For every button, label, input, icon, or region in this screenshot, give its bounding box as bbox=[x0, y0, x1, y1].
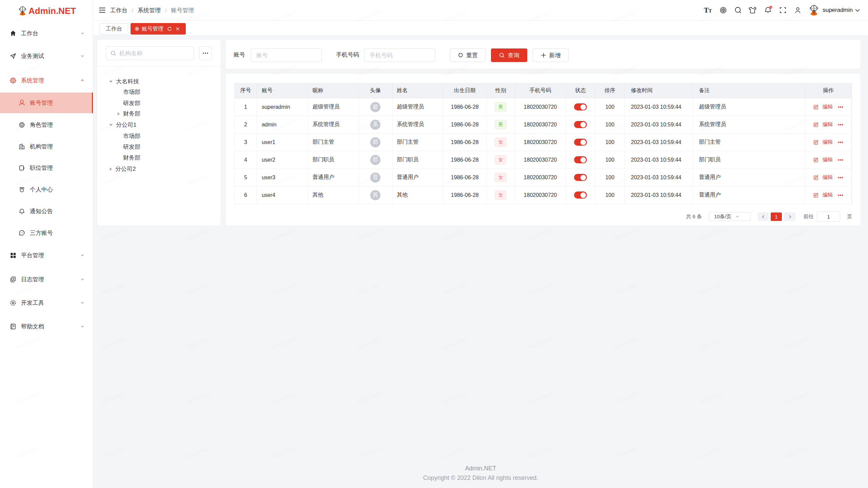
svg-text:Admin.NET: Admin.NET bbox=[442, 227, 468, 241]
svg-text:Admin.NET: Admin.NET bbox=[100, 445, 126, 460]
svg-text:Admin.NET: Admin.NET bbox=[185, 282, 212, 296]
svg-text:Admin.NET: Admin.NET bbox=[271, 336, 297, 350]
svg-text:Admin.NET: Admin.NET bbox=[527, 391, 554, 405]
svg-text:Admin.NET: Admin.NET bbox=[784, 336, 810, 350]
svg-text:Admin.NET: Admin.NET bbox=[784, 227, 810, 241]
svg-text:T: T bbox=[704, 6, 709, 14]
svg-text:Admin.NET: Admin.NET bbox=[356, 445, 383, 460]
svg-text:Admin.NET: Admin.NET bbox=[784, 391, 810, 405]
svg-text:Admin.NET: Admin.NET bbox=[527, 282, 554, 296]
svg-text:Admin.NET: Admin.NET bbox=[356, 391, 383, 405]
svg-text:Admin.NET: Admin.NET bbox=[356, 282, 383, 296]
svg-text:Admin.NET: Admin.NET bbox=[356, 336, 383, 350]
svg-text:Admin.NET: Admin.NET bbox=[185, 336, 212, 350]
svg-text:Admin.NET: Admin.NET bbox=[613, 391, 639, 405]
svg-text:Admin.NET: Admin.NET bbox=[356, 227, 383, 241]
svg-text:Admin.NET: Admin.NET bbox=[698, 282, 725, 296]
svg-text:Admin.NET: Admin.NET bbox=[442, 336, 468, 350]
svg-text:Admin.NET: Admin.NET bbox=[698, 391, 725, 405]
svg-text:Admin.NET: Admin.NET bbox=[100, 391, 126, 405]
svg-text:Admin.NET: Admin.NET bbox=[784, 445, 810, 460]
svg-text:Admin.NET: Admin.NET bbox=[698, 336, 725, 350]
svg-text:Admin.NET: Admin.NET bbox=[527, 227, 554, 241]
svg-text:Admin.NET: Admin.NET bbox=[271, 227, 297, 241]
svg-text:T: T bbox=[709, 8, 712, 14]
svg-text:Admin.NET: Admin.NET bbox=[185, 391, 212, 405]
svg-text:Admin.NET: Admin.NET bbox=[613, 445, 639, 460]
svg-text:Admin.NET: Admin.NET bbox=[271, 391, 297, 405]
svg-text:Admin.NET: Admin.NET bbox=[442, 445, 468, 460]
svg-text:Admin.NET: Admin.NET bbox=[271, 445, 297, 460]
svg-text:Admin.NET: Admin.NET bbox=[698, 227, 725, 241]
svg-text:Admin.NET: Admin.NET bbox=[613, 336, 639, 350]
svg-text:Admin.NET: Admin.NET bbox=[100, 282, 126, 296]
svg-text:Admin.NET: Admin.NET bbox=[185, 445, 212, 460]
svg-text:Admin.NET: Admin.NET bbox=[185, 227, 212, 241]
svg-text:Admin.NET: Admin.NET bbox=[100, 227, 126, 241]
svg-text:Admin.NET: Admin.NET bbox=[527, 445, 554, 460]
svg-text:Admin.NET: Admin.NET bbox=[100, 336, 126, 350]
svg-text:Admin.NET: Admin.NET bbox=[698, 445, 725, 460]
svg-text:Admin.NET: Admin.NET bbox=[442, 282, 468, 296]
svg-text:Admin.NET: Admin.NET bbox=[527, 336, 554, 350]
svg-text:Admin.NET: Admin.NET bbox=[613, 227, 639, 241]
svg-text:Admin.NET: Admin.NET bbox=[442, 391, 468, 405]
svg-text:Admin.NET: Admin.NET bbox=[613, 282, 639, 296]
svg-text:Admin.NET: Admin.NET bbox=[784, 282, 810, 296]
svg-text:Admin.NET: Admin.NET bbox=[271, 282, 297, 296]
